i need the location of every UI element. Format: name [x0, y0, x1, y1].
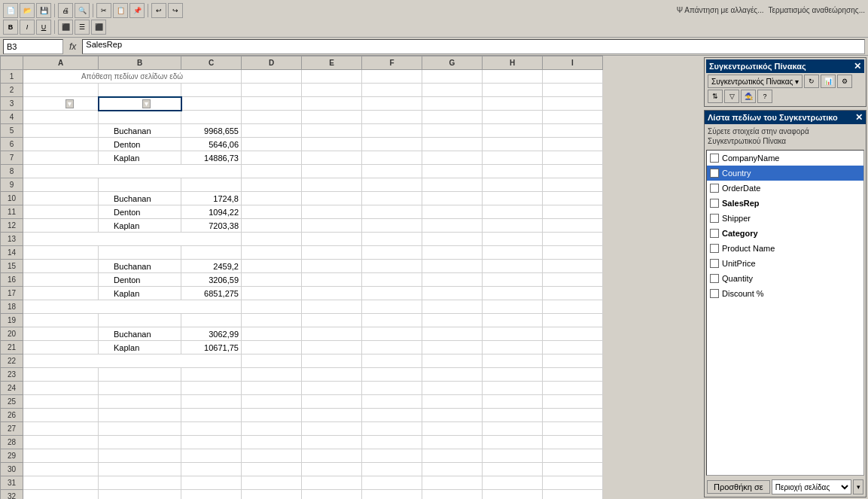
- cell-A22[interactable]: [23, 354, 242, 368]
- cell-I11[interactable]: [543, 205, 603, 219]
- cell-D9[interactable]: [242, 178, 302, 192]
- cell-F28[interactable]: [362, 436, 422, 449]
- cell-G5[interactable]: [422, 124, 483, 138]
- field-item-unitprice[interactable]: UnitPrice: [707, 256, 863, 271]
- cell-F26[interactable]: [362, 409, 422, 422]
- cell-D15[interactable]: [242, 260, 302, 273]
- cell-H7[interactable]: [483, 151, 543, 165]
- cell-G10[interactable]: [422, 192, 483, 205]
- cell-F27[interactable]: [362, 422, 422, 436]
- cell-A23[interactable]: Γενικό άθροισμα: [23, 368, 99, 382]
- cell-E10[interactable]: [302, 192, 362, 205]
- save-btn[interactable]: 💾: [36, 3, 51, 18]
- cell-E6[interactable]: [302, 138, 362, 151]
- cell-H5[interactable]: [483, 124, 543, 138]
- col-header-C[interactable]: C: [181, 56, 242, 70]
- cell-D12[interactable]: [242, 219, 302, 233]
- cell-G2[interactable]: [422, 84, 483, 97]
- cell-H8[interactable]: [483, 165, 543, 178]
- cell-F10[interactable]: [362, 192, 422, 205]
- cell-C14[interactable]: 12517,065: [181, 246, 242, 260]
- cell-H6[interactable]: [483, 138, 543, 151]
- cell-A21[interactable]: [23, 341, 99, 354]
- cell-H12[interactable]: [483, 219, 543, 233]
- cell-B32[interactable]: [99, 490, 181, 500]
- redo-btn[interactable]: ↪: [168, 3, 183, 18]
- cell-B23[interactable]: [99, 368, 181, 382]
- cell-D30[interactable]: [242, 463, 302, 476]
- cell-G25[interactable]: [422, 395, 483, 409]
- cell-C20[interactable]: 3062,99: [181, 327, 242, 341]
- cell-C26[interactable]: [181, 409, 242, 422]
- cell-I19[interactable]: [543, 314, 603, 327]
- cell-E23[interactable]: [302, 368, 362, 382]
- cell-G3[interactable]: [422, 97, 483, 111]
- cell-F31[interactable]: [362, 476, 422, 490]
- cell-I5[interactable]: [543, 124, 603, 138]
- pivot-refresh-btn[interactable]: ↻: [804, 75, 819, 88]
- cell-C28[interactable]: [181, 436, 242, 449]
- bold-btn[interactable]: B: [3, 20, 18, 35]
- cell-A19[interactable]: Produce: [23, 314, 99, 327]
- field-item-quantity[interactable]: Quantity: [707, 271, 863, 286]
- cell-C24[interactable]: [181, 382, 242, 395]
- pivot-chart-btn[interactable]: 📊: [821, 75, 836, 88]
- cell-E14[interactable]: [302, 246, 362, 260]
- cell-E4[interactable]: [302, 111, 362, 124]
- field-item-salesrep[interactable]: SalesRep: [707, 196, 863, 211]
- pivot-sort-btn[interactable]: ⇅: [708, 90, 723, 103]
- cell-D4[interactable]: [242, 111, 302, 124]
- category-dropdown[interactable]: ▾: [65, 99, 74, 108]
- cell-C27[interactable]: [181, 422, 242, 436]
- cell-C3[interactable]: Total: [181, 97, 242, 111]
- cell-F22[interactable]: [362, 354, 422, 368]
- cell-E19[interactable]: [302, 314, 362, 327]
- cell-H19[interactable]: [483, 314, 543, 327]
- cell-E22[interactable]: [302, 354, 362, 368]
- cell-H21[interactable]: [483, 341, 543, 354]
- cell-D22[interactable]: [242, 354, 302, 368]
- cell-H3[interactable]: [483, 97, 543, 111]
- cell-I25[interactable]: [543, 395, 603, 409]
- cell-D24[interactable]: [242, 382, 302, 395]
- cell-F2[interactable]: [362, 84, 422, 97]
- cell-I29[interactable]: [543, 449, 603, 463]
- cell-B29[interactable]: [99, 449, 181, 463]
- name-box[interactable]: B3: [3, 39, 63, 54]
- align-right-btn[interactable]: ⬛: [91, 20, 106, 35]
- cell-I24[interactable]: [543, 382, 603, 395]
- cell-H18[interactable]: [483, 300, 543, 314]
- cell-A6[interactable]: [23, 138, 99, 151]
- cell-E18[interactable]: [302, 300, 362, 314]
- field-checkbox[interactable]: [710, 274, 719, 283]
- cell-G28[interactable]: [422, 436, 483, 449]
- cell-I12[interactable]: [543, 219, 603, 233]
- cell-H24[interactable]: [483, 382, 543, 395]
- cell-C10[interactable]: 1724,8: [181, 192, 242, 205]
- cell-G19[interactable]: [422, 314, 483, 327]
- cell-G21[interactable]: [422, 341, 483, 354]
- cell-F4[interactable]: [362, 111, 422, 124]
- cell-E13[interactable]: [302, 233, 362, 246]
- cell-C4[interactable]: 30501,445: [181, 111, 242, 124]
- cell-H2[interactable]: [483, 84, 543, 97]
- cell-I26[interactable]: [543, 409, 603, 422]
- cell-E11[interactable]: [302, 205, 362, 219]
- area-dropdown-arrow[interactable]: ▾: [853, 479, 863, 494]
- cell-E20[interactable]: [302, 327, 362, 341]
- cell-B20[interactable]: Buchanan: [99, 327, 181, 341]
- cell-C17[interactable]: 6851,275: [181, 287, 242, 300]
- cell-B19[interactable]: [99, 314, 181, 327]
- formula-input[interactable]: SalesRep: [82, 39, 865, 54]
- cell-I2[interactable]: [543, 84, 603, 97]
- cell-B11[interactable]: Denton: [99, 205, 181, 219]
- cell-D18[interactable]: [242, 300, 302, 314]
- cell-H31[interactable]: [483, 476, 543, 490]
- cell-A27[interactable]: [23, 422, 99, 436]
- cell-E8[interactable]: [302, 165, 362, 178]
- cell-E29[interactable]: [302, 449, 362, 463]
- cell-H11[interactable]: [483, 205, 543, 219]
- area-select[interactable]: Περιοχή σελίδαςΕτικέτες γραμμώνΕτικέτες …: [772, 479, 851, 494]
- cell-F24[interactable]: [362, 382, 422, 395]
- cell-B14[interactable]: [99, 246, 181, 260]
